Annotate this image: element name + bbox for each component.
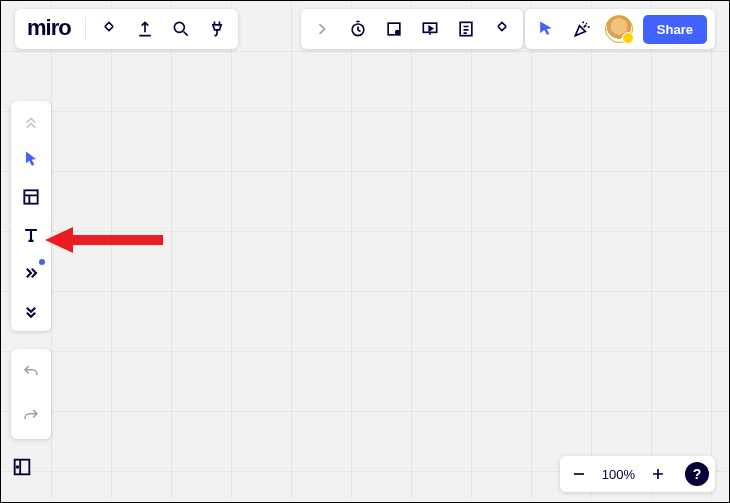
top-center-toolbar (301, 9, 523, 49)
panels-button[interactable] (11, 456, 47, 492)
notes-icon[interactable] (453, 16, 479, 42)
plug-icon[interactable] (204, 16, 230, 42)
zoom-out-icon[interactable] (566, 461, 592, 487)
expand-down-icon[interactable] (11, 299, 51, 323)
avatar[interactable] (605, 15, 633, 43)
miro-logo[interactable]: miro (23, 15, 75, 43)
svg-point-3 (396, 31, 399, 34)
present-icon[interactable] (417, 16, 443, 42)
frame-icon[interactable] (381, 16, 407, 42)
svg-rect-6 (24, 190, 37, 203)
celebrate-icon[interactable] (569, 16, 595, 42)
top-left-toolbar: miro (15, 9, 238, 49)
zoom-in-icon[interactable] (645, 461, 671, 487)
board-menu-icon[interactable] (96, 16, 122, 42)
share-button[interactable]: Share (643, 15, 707, 44)
more-icon[interactable] (489, 16, 515, 42)
svg-point-0 (174, 22, 184, 32)
history-toolbar (11, 349, 51, 439)
search-icon[interactable] (168, 16, 194, 42)
divider (85, 17, 86, 41)
collapse-up-icon[interactable] (11, 109, 51, 133)
upload-icon[interactable] (132, 16, 158, 42)
help-button[interactable]: ? (685, 462, 709, 486)
templates-icon[interactable] (11, 185, 51, 209)
top-right-toolbar: Share (525, 9, 715, 49)
canvas[interactable] (1, 1, 729, 502)
left-toolbar (11, 101, 51, 331)
zoom-toolbar: 100% ? (560, 456, 715, 492)
svg-point-8 (17, 466, 19, 468)
cursor-tool-icon[interactable] (533, 16, 559, 42)
chevron-right-icon[interactable] (309, 16, 335, 42)
undo-icon[interactable] (18, 359, 44, 385)
text-tool-icon[interactable] (11, 223, 51, 247)
more-tools-icon[interactable] (11, 261, 51, 285)
zoom-level[interactable]: 100% (602, 467, 635, 482)
redo-icon[interactable] (18, 403, 44, 429)
select-tool-icon[interactable] (11, 147, 51, 171)
timer-icon[interactable] (345, 16, 371, 42)
